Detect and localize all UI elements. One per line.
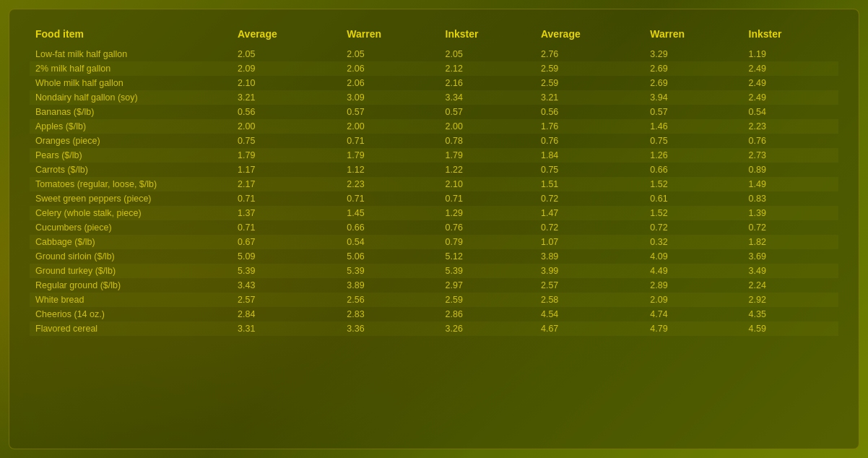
cell-0-5: 3.29	[644, 47, 742, 61]
food-price-table: Food itemAverageWarrenInksterAverageWarr…	[30, 24, 838, 336]
table-row: Cucumbers (piece)0.710.660.760.720.720.7…	[30, 220, 838, 235]
cell-17-5: 2.09	[644, 293, 742, 307]
cell-18-5: 4.74	[644, 307, 742, 321]
table-body: Low-fat milk half gallon2.052.052.052.76…	[30, 47, 838, 336]
table-row: Cabbage ($/lb)0.670.540.791.070.321.82	[30, 235, 838, 249]
cell-17-1: 2.57	[232, 293, 341, 307]
cell-8-5: 0.66	[644, 163, 742, 177]
cell-9-1: 2.17	[232, 177, 341, 191]
cell-4-2: 0.57	[341, 105, 439, 119]
cell-19-6: 4.59	[743, 321, 838, 336]
cell-18-0: Cheerios (14 oz.)	[30, 307, 232, 321]
cell-14-6: 3.69	[743, 249, 838, 264]
cell-2-0: Whole milk half gallon	[30, 76, 232, 90]
cell-13-2: 0.54	[341, 235, 439, 249]
cell-10-6: 0.83	[743, 191, 838, 206]
cell-14-0: Ground sirloin ($/lb)	[30, 249, 232, 264]
cell-9-5: 1.52	[644, 177, 742, 191]
cell-2-2: 2.06	[341, 76, 439, 90]
table-row: 2% milk half gallon2.092.062.122.592.692…	[30, 61, 838, 76]
cell-15-2: 5.39	[341, 264, 439, 278]
cell-12-6: 0.72	[743, 220, 838, 235]
table-row: Carrots ($/lb)1.171.121.220.750.660.89	[30, 163, 838, 177]
cell-10-0: Sweet green peppers (piece)	[30, 191, 232, 206]
cell-7-3: 1.79	[440, 148, 535, 163]
cell-1-5: 2.69	[644, 61, 742, 76]
cell-4-1: 0.56	[232, 105, 341, 119]
cell-7-1: 1.79	[232, 148, 341, 163]
cell-9-3: 2.10	[440, 177, 535, 191]
cell-8-4: 0.75	[535, 163, 644, 177]
cell-7-4: 1.84	[535, 148, 644, 163]
cell-8-6: 0.89	[743, 163, 838, 177]
cell-2-4: 2.59	[535, 76, 644, 90]
table-row: Pears ($/lb)1.791.791.791.841.262.73	[30, 148, 838, 163]
cell-9-2: 2.23	[341, 177, 439, 191]
cell-6-4: 0.76	[535, 134, 644, 148]
header-col-2: Warren	[341, 24, 439, 47]
table-row: Low-fat milk half gallon2.052.052.052.76…	[30, 47, 838, 61]
table-row: Celery (whole stalk, piece)1.371.451.291…	[30, 206, 838, 220]
cell-3-6: 2.49	[743, 90, 838, 105]
cell-13-5: 0.32	[644, 235, 742, 249]
cell-12-0: Cucumbers (piece)	[30, 220, 232, 235]
cell-2-3: 2.16	[440, 76, 535, 90]
cell-12-1: 0.71	[232, 220, 341, 235]
cell-7-5: 1.26	[644, 148, 742, 163]
cell-8-3: 1.22	[440, 163, 535, 177]
cell-6-2: 0.71	[341, 134, 439, 148]
table-row: Oranges (piece)0.750.710.780.760.750.76	[30, 134, 838, 148]
cell-1-4: 2.59	[535, 61, 644, 76]
cell-3-2: 3.09	[341, 90, 439, 105]
table-row: Apples ($/lb)2.002.002.001.761.462.23	[30, 119, 838, 134]
cell-9-0: Tomatoes (regular, loose, $/lb)	[30, 177, 232, 191]
cell-5-5: 1.46	[644, 119, 742, 134]
cell-19-2: 3.36	[341, 321, 439, 336]
table-row: Bananas ($/lb)0.560.570.570.560.570.54	[30, 105, 838, 119]
cell-13-0: Cabbage ($/lb)	[30, 235, 232, 249]
cell-11-5: 1.52	[644, 206, 742, 220]
table-row: Tomatoes (regular, loose, $/lb)2.172.232…	[30, 177, 838, 191]
cell-16-4: 2.57	[535, 278, 644, 293]
cell-11-6: 1.39	[743, 206, 838, 220]
header-col-0: Food item	[30, 24, 232, 47]
cell-10-4: 0.72	[535, 191, 644, 206]
cell-9-4: 1.51	[535, 177, 644, 191]
table-row: Ground turkey ($/lb)5.395.395.393.994.49…	[30, 264, 838, 278]
cell-19-4: 4.67	[535, 321, 644, 336]
table-row: Whole milk half gallon2.102.062.162.592.…	[30, 76, 838, 90]
cell-10-5: 0.61	[644, 191, 742, 206]
cell-18-4: 4.54	[535, 307, 644, 321]
cell-16-1: 3.43	[232, 278, 341, 293]
cell-13-1: 0.67	[232, 235, 341, 249]
cell-3-1: 3.21	[232, 90, 341, 105]
table-row: Regular ground ($/lb)3.433.892.972.572.8…	[30, 278, 838, 293]
cell-18-6: 4.35	[743, 307, 838, 321]
cell-7-0: Pears ($/lb)	[30, 148, 232, 163]
cell-1-1: 2.09	[232, 61, 341, 76]
cell-0-3: 2.05	[440, 47, 535, 61]
cell-0-4: 2.76	[535, 47, 644, 61]
cell-8-2: 1.12	[341, 163, 439, 177]
header-col-3: Inkster	[440, 24, 535, 47]
cell-8-0: Carrots ($/lb)	[30, 163, 232, 177]
cell-3-0: Nondairy half gallon (soy)	[30, 90, 232, 105]
cell-12-5: 0.72	[644, 220, 742, 235]
cell-10-3: 0.71	[440, 191, 535, 206]
cell-1-2: 2.06	[341, 61, 439, 76]
cell-0-2: 2.05	[341, 47, 439, 61]
cell-18-1: 2.84	[232, 307, 341, 321]
cell-15-1: 5.39	[232, 264, 341, 278]
cell-4-3: 0.57	[440, 105, 535, 119]
cell-17-2: 2.56	[341, 293, 439, 307]
table-row: White bread2.572.562.592.582.092.92	[30, 293, 838, 307]
cell-17-0: White bread	[30, 293, 232, 307]
table-row: Nondairy half gallon (soy)3.213.093.343.…	[30, 90, 838, 105]
cell-3-5: 3.94	[644, 90, 742, 105]
cell-10-2: 0.71	[341, 191, 439, 206]
cell-0-6: 1.19	[743, 47, 838, 61]
cell-2-1: 2.10	[232, 76, 341, 90]
cell-10-1: 0.71	[232, 191, 341, 206]
cell-17-6: 2.92	[743, 293, 838, 307]
cell-3-3: 3.34	[440, 90, 535, 105]
